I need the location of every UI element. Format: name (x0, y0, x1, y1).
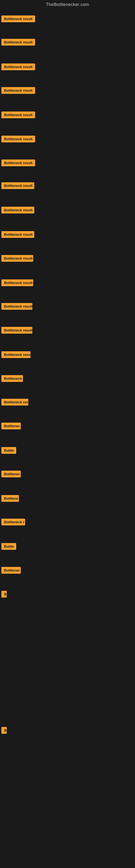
bottleneck-badge-10[interactable]: Bottleneck result (1, 231, 34, 238)
bottleneck-item-23: Bottle (1, 543, 16, 551)
bottleneck-badge-11[interactable]: Bottleneck result (1, 255, 33, 262)
bottleneck-item-3: Bottleneck result (1, 63, 35, 71)
bottleneck-badge-1[interactable]: Bottleneck result (1, 16, 35, 22)
bottleneck-item-25: B (1, 591, 7, 599)
bottleneck-item-22: Bottleneck r (1, 519, 25, 527)
bottleneck-item-12: Bottleneck result (1, 279, 33, 287)
bottleneck-item-5: Bottleneck result (1, 112, 35, 119)
bottleneck-badge-3[interactable]: Bottleneck result (1, 63, 35, 70)
bottleneck-item-11: Bottleneck result (1, 255, 33, 263)
bottleneck-badge-13[interactable]: Bottleneck result (1, 303, 32, 310)
bottleneck-badge-23[interactable]: Bottle (1, 543, 16, 550)
bottleneck-item-9: Bottleneck result (1, 207, 34, 215)
bottleneck-badge-24[interactable]: Bottlenec (1, 567, 21, 574)
bottleneck-item-8: Bottleneck result (1, 182, 34, 190)
bottleneck-item-19: Bottle (1, 447, 16, 455)
bottleneck-badge-18[interactable]: Bottlenec (1, 423, 21, 429)
bottleneck-badge-15[interactable]: Bottleneck resu (1, 351, 31, 358)
bottleneck-badge-12[interactable]: Bottleneck result (1, 279, 33, 286)
bottleneck-badge-5[interactable]: Bottleneck result (1, 112, 35, 118)
bottleneck-badge-17[interactable]: Bottleneck res (1, 399, 28, 405)
bottleneck-item-14: Bottleneck result (1, 327, 32, 335)
bottleneck-item-21: Bottlene (1, 495, 19, 503)
site-title: TheBottlenecker.com (46, 0, 89, 10)
bottleneck-item-20: Bottlenec (1, 471, 21, 478)
bottleneck-badge-21[interactable]: Bottlene (1, 495, 19, 502)
bottleneck-item-18: Bottlenec (1, 423, 21, 431)
bottleneck-badge-25[interactable]: B (1, 591, 7, 597)
bottleneck-item-13: Bottleneck result (1, 303, 32, 311)
bottleneck-badge-14[interactable]: Bottleneck result (1, 327, 32, 334)
bottleneck-item-2: Bottleneck result (1, 39, 35, 46)
bottleneck-item-26: B (1, 727, 7, 735)
bottleneck-badge-9[interactable]: Bottleneck result (1, 207, 34, 214)
bottleneck-item-15: Bottleneck resu (1, 351, 31, 359)
bottleneck-item-24: Bottlenec (1, 567, 21, 575)
bottleneck-badge-19[interactable]: Bottle (1, 447, 16, 454)
bottleneck-badge-4[interactable]: Bottleneck result (1, 87, 35, 94)
site-title-container: TheBottlenecker.com (0, 0, 135, 7)
bottleneck-badge-2[interactable]: Bottleneck result (1, 39, 35, 45)
bottleneck-item-17: Bottleneck res (1, 399, 28, 407)
bottleneck-item-7: Bottleneck result (1, 159, 35, 167)
bottleneck-badge-20[interactable]: Bottlenec (1, 471, 21, 477)
bottleneck-badge-8[interactable]: Bottleneck result (1, 182, 34, 189)
bottleneck-badge-16[interactable]: Bottleneck (1, 375, 23, 382)
bottleneck-item-1: Bottleneck result (1, 16, 35, 23)
bottleneck-item-6: Bottleneck result (1, 135, 35, 144)
bottleneck-badge-22[interactable]: Bottleneck r (1, 519, 25, 525)
bottleneck-item-10: Bottleneck result (1, 231, 34, 239)
bottleneck-badge-6[interactable]: Bottleneck result (1, 135, 35, 143)
bottleneck-badge-7[interactable]: Bottleneck result (1, 159, 35, 166)
bottleneck-badge-26[interactable]: B (1, 727, 7, 734)
bottleneck-item-4: Bottleneck result (1, 87, 35, 95)
bottleneck-item-16: Bottleneck (1, 375, 23, 383)
